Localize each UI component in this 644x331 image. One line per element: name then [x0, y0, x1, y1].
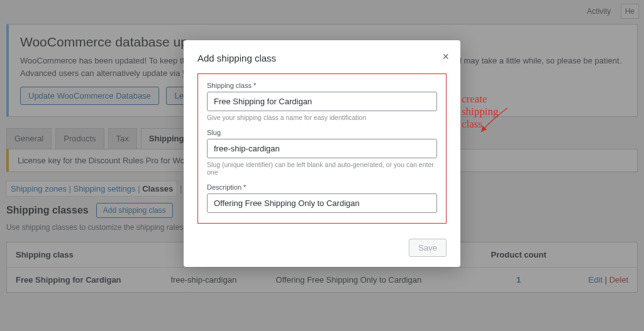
slug-label: Slug — [207, 129, 437, 136]
shipping-class-input[interactable] — [207, 92, 437, 111]
modal-title: Add shipping class — [197, 53, 447, 63]
modal-overlay[interactable]: Add shipping class × Shipping class * Gi… — [0, 0, 644, 331]
description-input[interactable] — [207, 193, 437, 213]
modal-form: Shipping class * Give your shipping clas… — [197, 73, 447, 224]
annotation-arrow-icon — [476, 107, 514, 138]
save-button[interactable]: Save — [409, 239, 447, 257]
class-label: Shipping class * — [207, 82, 437, 89]
close-icon[interactable]: × — [442, 50, 449, 63]
annotation-text: create shipping class — [462, 93, 499, 131]
class-help: Give your shipping class a name for easy… — [207, 114, 437, 121]
desc-label: Description * — [207, 183, 437, 191]
slug-help: Slug (unique identifier) can be left bla… — [207, 161, 437, 176]
add-shipping-class-modal: Add shipping class × Shipping class * Gi… — [184, 40, 460, 267]
slug-input[interactable] — [207, 139, 437, 158]
